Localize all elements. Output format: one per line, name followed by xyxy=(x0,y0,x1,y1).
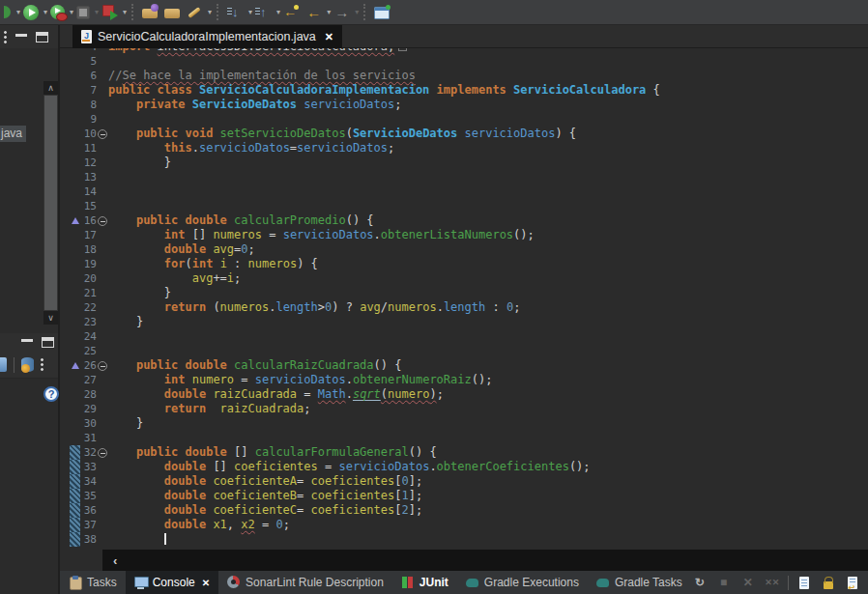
scrollbar-thumb[interactable] xyxy=(44,96,57,310)
fold-column xyxy=(97,242,108,257)
fold-column xyxy=(97,387,108,402)
annotation-ruler-cell xyxy=(60,358,79,373)
clear-console-button[interactable] xyxy=(796,574,813,591)
line-number: 36 xyxy=(79,503,97,518)
scroll-down-icon[interactable]: ∨ xyxy=(43,311,58,325)
dropdown-caret-icon[interactable]: ▾ xyxy=(16,9,20,16)
tab-console[interactable]: Console✕ xyxy=(126,571,218,594)
code-editor[interactable]: 4import interfacesSDI.ServicioCalculador… xyxy=(60,48,868,550)
annotation-ruler-cell xyxy=(60,460,79,474)
arrow-back-edit-icon xyxy=(283,4,300,20)
open-type-button[interactable] xyxy=(140,2,160,23)
fold-column xyxy=(97,503,108,518)
show-console-when-output-changes-button[interactable]: ↻ xyxy=(691,574,709,591)
maximize-view-button[interactable] xyxy=(36,32,48,42)
bottom-view-bar: TasksConsole✕SonarLint Rule DescriptionJ… xyxy=(60,571,868,594)
scroll-up-icon[interactable]: ∧ xyxy=(43,81,58,95)
tab-sonarlint-rule-description[interactable]: SonarLint Rule Description xyxy=(218,571,392,594)
line-number: 28 xyxy=(79,387,97,402)
close-tab-icon[interactable]: ✕ xyxy=(325,31,333,43)
code-line: 27 int numero = servicioDatos.obtenerNum… xyxy=(60,373,868,387)
debug-button[interactable] xyxy=(48,2,67,23)
left-panel-column: java ∧ ∨ ? xyxy=(0,25,60,594)
editor-tab-active[interactable]: ServicioCalculadoraImplementacion.java ✕ xyxy=(72,25,342,48)
scroll-left-icon[interactable]: ‹ xyxy=(113,553,117,568)
next-annotation-button[interactable] xyxy=(225,2,246,23)
code-text xyxy=(108,532,166,547)
code-lines: 4import interfacesSDI.ServicioCalculador… xyxy=(60,48,868,547)
help-icon[interactable]: ? xyxy=(43,386,59,402)
word-wrap-button[interactable] xyxy=(844,574,861,591)
remove-all-terminated-button: ✕✕ xyxy=(764,574,781,591)
new-window-button[interactable] xyxy=(372,2,392,23)
database-icon[interactable] xyxy=(21,357,34,372)
fold-collapse-icon[interactable] xyxy=(97,445,108,460)
dropdown-caret-icon[interactable]: ▾ xyxy=(70,9,73,16)
toolbar-separator xyxy=(14,357,14,373)
annotation-ruler-cell xyxy=(60,213,79,228)
collapsed-fold-box-icon[interactable] xyxy=(398,48,407,51)
close-tab-icon[interactable]: ✕ xyxy=(202,578,210,588)
editor-horizontal-scrollbar[interactable]: ‹ xyxy=(102,550,868,571)
tab-junit[interactable]: JUnit xyxy=(392,571,457,594)
remove-launch-button: ✕ xyxy=(739,574,757,591)
toolbar-separator xyxy=(131,4,134,20)
code-line: 32 public double [] calcularFormulaGener… xyxy=(60,445,868,460)
fold-collapse-icon[interactable] xyxy=(97,213,108,228)
tab-tasks[interactable]: Tasks xyxy=(60,571,126,594)
new-wizard-button[interactable] xyxy=(2,2,14,23)
run-button[interactable] xyxy=(21,2,41,23)
line-number: 25 xyxy=(79,344,97,358)
package-explorer-scrollbar[interactable]: ∧ ∨ xyxy=(43,81,58,325)
fold-collapse-icon[interactable] xyxy=(97,127,108,141)
java-file-icon xyxy=(81,30,92,43)
marker-triangle-icon xyxy=(72,362,79,369)
back-button[interactable] xyxy=(304,2,324,23)
marker-triangle-icon xyxy=(72,217,79,224)
tab-junit-label: JUnit xyxy=(420,576,448,589)
code-text: this.servicioDatos=servicioDatos; xyxy=(108,141,394,156)
line-number: 33 xyxy=(79,460,97,474)
maximize-view-button[interactable] xyxy=(42,337,54,348)
code-text: double coeficienteB= coeficientes[1]; xyxy=(108,489,422,503)
code-line: 7public class ServicioCalculadoraImpleme… xyxy=(60,83,868,98)
minimize-view-button[interactable] xyxy=(21,339,33,342)
previous-annotation-button[interactable] xyxy=(253,2,274,23)
minimize-view-button[interactable] xyxy=(15,34,27,37)
dropdown-caret-icon[interactable]: ▾ xyxy=(276,9,280,16)
fold-column xyxy=(97,315,108,329)
package-explorer-body: java ∧ ∨ xyxy=(0,48,58,329)
console-icon xyxy=(134,576,148,589)
gradle-icon xyxy=(596,576,610,589)
lock-icon xyxy=(824,581,833,589)
annotation-ruler-cell xyxy=(60,445,79,460)
code-line: 35 double coeficienteB= coeficientes[1]; xyxy=(60,489,868,503)
document-icon[interactable] xyxy=(0,357,7,372)
tab-gradle-executions[interactable]: Gradle Executions xyxy=(457,571,588,594)
code-line: 30 } xyxy=(60,416,868,431)
stop-icon xyxy=(76,6,90,19)
window-pin-icon xyxy=(374,4,391,20)
code-text: public void setServicioDeDatos(ServicioD… xyxy=(108,127,576,141)
line-number: 7 xyxy=(79,83,97,98)
code-text: return raizCuadrada; xyxy=(108,402,311,416)
mark-occurrences-button[interactable] xyxy=(185,2,205,23)
annotation-ruler-cell xyxy=(60,503,79,518)
code-line: 9 xyxy=(60,112,868,127)
dropdown-caret-icon[interactable]: ▾ xyxy=(208,9,212,16)
open-resource-button[interactable] xyxy=(162,2,183,23)
dropdown-caret-icon[interactable]: ▾ xyxy=(43,9,47,16)
code-line: 28 double raizCuadrada = Math.sqrt(numer… xyxy=(60,387,868,402)
fold-collapse-icon[interactable] xyxy=(97,358,108,373)
last-edit-location-button[interactable] xyxy=(281,2,302,23)
dropdown-caret-icon[interactable]: ▾ xyxy=(123,9,127,16)
dropdown-caret-icon[interactable]: ▾ xyxy=(248,9,252,16)
dropdown-caret-icon[interactable]: ▾ xyxy=(327,9,331,16)
tab-gradle-tasks[interactable]: Gradle Tasks xyxy=(588,571,691,594)
coverage-button[interactable] xyxy=(100,2,120,23)
view-menu-icon[interactable] xyxy=(41,358,43,371)
view-menu-icon[interactable] xyxy=(4,31,7,43)
coverage-icon xyxy=(101,4,118,20)
tree-item-java-file[interactable]: java xyxy=(0,126,26,142)
scroll-lock-button[interactable] xyxy=(820,574,837,591)
